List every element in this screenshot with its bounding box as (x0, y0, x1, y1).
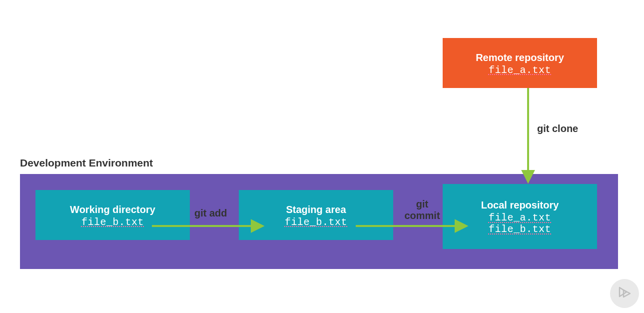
staging-area-box: Staging area file_b.txt (239, 190, 393, 240)
working-directory-box: Working directory file_b.txt (35, 190, 190, 240)
working-dir-file: file_b.txt (81, 216, 144, 228)
diagram-canvas: Remote repository file_a.txt git clone D… (0, 0, 644, 313)
dev-env-label: Development Environment (20, 157, 153, 169)
staging-title: Staging area (286, 202, 346, 216)
git-clone-label: git clone (537, 123, 578, 134)
staging-file: file_b.txt (285, 216, 347, 228)
local-repo-title: Local repository (481, 198, 559, 212)
remote-repository-box: Remote repository file_a.txt (443, 38, 597, 88)
local-repo-file-1: file_b.txt (489, 224, 551, 235)
remote-repo-file: file_a.txt (489, 64, 551, 76)
remote-repo-title: Remote repository (476, 50, 564, 64)
git-commit-label: git commit (402, 198, 442, 222)
play-icon[interactable] (610, 279, 639, 308)
local-repository-box: Local repository file_a.txt file_b.txt (443, 184, 597, 249)
local-repo-file-0: file_a.txt (489, 212, 551, 224)
git-commit-l1: git (416, 198, 428, 210)
git-commit-l2: commit (404, 210, 440, 221)
working-dir-title: Working directory (70, 202, 155, 216)
git-add-label: git add (194, 208, 227, 219)
